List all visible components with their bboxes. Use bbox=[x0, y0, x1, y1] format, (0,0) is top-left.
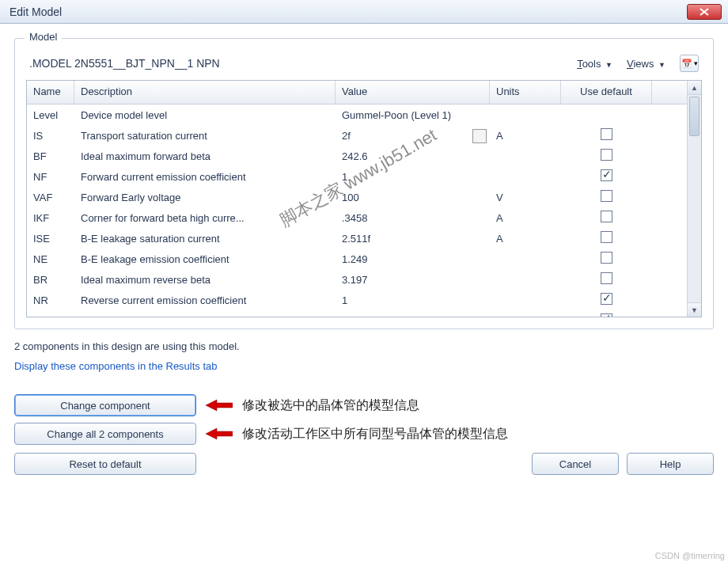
display-results-link[interactable]: Display these components in the Results … bbox=[14, 360, 714, 372]
parameter-grid: Name Description Value Units Use default… bbox=[26, 80, 702, 317]
reset-default-button[interactable]: Reset to default bbox=[14, 453, 196, 475]
model-fieldset: Model .MODEL 2N5551__BJT_NPN__1 NPN Tool… bbox=[14, 38, 714, 329]
vertical-scrollbar[interactable]: ▲ ▼ bbox=[687, 81, 701, 317]
cell-name: IS bbox=[27, 127, 74, 144]
cell-use-default[interactable] bbox=[561, 270, 652, 289]
cell-use-default[interactable] bbox=[561, 249, 652, 268]
table-row[interactable]: NEB-E leakage emission coefficient1.249 bbox=[27, 249, 687, 269]
cell-value[interactable]: 100 bbox=[336, 189, 490, 206]
use-default-checkbox[interactable] bbox=[601, 272, 612, 284]
cell-units bbox=[490, 112, 561, 117]
cell-value[interactable]: 1.249 bbox=[336, 251, 490, 268]
cell-value[interactable]: Gummel-Poon (Level 1) bbox=[336, 107, 490, 123]
tools-menu[interactable]: Tools ▼ bbox=[577, 58, 612, 70]
help-button[interactable]: Help bbox=[627, 453, 714, 475]
cell-units bbox=[490, 154, 561, 158]
table-row[interactable]: LevelDevice model levelGummel-Poon (Leve… bbox=[27, 104, 687, 125]
table-row[interactable]: IKFCorner for forward beta high curre...… bbox=[27, 207, 687, 228]
cell-units bbox=[490, 256, 561, 261]
use-default-checkbox[interactable] bbox=[601, 313, 612, 317]
col-name[interactable]: Name bbox=[27, 81, 74, 104]
cell-value[interactable]: 3.197 bbox=[336, 272, 490, 288]
cell-use-default[interactable] bbox=[561, 126, 652, 145]
annotation-2: 修改活动工作区中所有同型号晶体管的模型信息 bbox=[242, 426, 508, 442]
scroll-up-button[interactable]: ▲ bbox=[688, 81, 701, 95]
cell-value[interactable]: 242.6 bbox=[336, 148, 490, 165]
use-default-checkbox[interactable] bbox=[601, 149, 612, 161]
close-button[interactable] bbox=[687, 4, 722, 20]
cell-name: BF bbox=[27, 148, 74, 165]
scroll-track[interactable] bbox=[688, 95, 701, 302]
table-row[interactable]: VARReverse Early voltage1e30V bbox=[27, 310, 687, 317]
use-default-checkbox[interactable] bbox=[601, 293, 612, 305]
value-edit-icon[interactable] bbox=[472, 129, 487, 143]
cell-use-default[interactable] bbox=[561, 188, 652, 207]
cell-value[interactable]: .3458 bbox=[336, 210, 490, 226]
table-row[interactable]: ISEB-E leakage saturation current2.511fA bbox=[27, 228, 687, 249]
cell-units bbox=[490, 277, 561, 282]
table-row[interactable]: VAFForward Early voltage100V bbox=[27, 187, 687, 207]
cell-description: Corner for forward beta high curre... bbox=[74, 210, 336, 226]
scroll-down-button[interactable]: ▼ bbox=[688, 302, 701, 317]
cell-units bbox=[490, 174, 561, 179]
cell-use-default[interactable] bbox=[561, 311, 652, 317]
cancel-button[interactable]: Cancel bbox=[532, 453, 619, 475]
annotation-1: 修改被选中的晶体管的模型信息 bbox=[242, 397, 419, 414]
cell-use-default[interactable] bbox=[561, 229, 652, 248]
table-row[interactable]: NRReverse current emission coefficient1 bbox=[27, 290, 687, 310]
cell-name: BR bbox=[27, 272, 74, 288]
arrow-left-icon bbox=[206, 426, 233, 442]
use-default-checkbox[interactable] bbox=[601, 211, 612, 222]
cell-units: A bbox=[490, 210, 561, 226]
col-description[interactable]: Description bbox=[74, 81, 336, 104]
cell-name: NF bbox=[27, 169, 74, 185]
cell-use-default[interactable] bbox=[561, 167, 652, 186]
chevron-down-icon: ▼ bbox=[605, 61, 612, 69]
cell-name: VAR bbox=[27, 313, 74, 317]
table-row[interactable]: BFIdeal maximum forward beta242.6 bbox=[27, 146, 687, 166]
col-use-default[interactable]: Use default bbox=[561, 81, 652, 104]
cell-value[interactable]: 1 bbox=[336, 169, 490, 185]
cell-units: A bbox=[490, 127, 561, 144]
credit-text: CSDN @timerring bbox=[655, 551, 725, 560]
cell-description: B-E leakage saturation current bbox=[74, 230, 336, 247]
cell-description: Ideal maximum forward beta bbox=[74, 148, 336, 165]
cell-name: NR bbox=[27, 292, 74, 309]
options-icon-button[interactable]: 📅▾ bbox=[680, 55, 699, 72]
cell-use-default[interactable] bbox=[561, 208, 652, 227]
use-default-checkbox[interactable] bbox=[601, 169, 612, 181]
scroll-thumb[interactable] bbox=[689, 97, 700, 136]
cell-value[interactable]: 2f bbox=[336, 127, 490, 144]
change-all-components-button[interactable]: Change all 2 components bbox=[14, 423, 196, 445]
components-info-text: 2 components in this design are using th… bbox=[14, 340, 714, 352]
cell-name: VAF bbox=[27, 189, 74, 206]
cell-value[interactable]: 1e30 bbox=[336, 313, 490, 317]
table-row[interactable]: BRIdeal maximum reverse beta3.197 bbox=[27, 269, 687, 290]
svg-marker-0 bbox=[206, 400, 233, 411]
table-row[interactable]: ISTransport saturation current2fA bbox=[27, 125, 687, 146]
cell-use-default[interactable] bbox=[561, 112, 652, 117]
cell-value[interactable]: 1 bbox=[336, 292, 490, 309]
cell-description: Forward Early voltage bbox=[74, 189, 336, 206]
fieldset-legend: Model bbox=[25, 31, 62, 43]
cell-use-default[interactable] bbox=[561, 290, 652, 309]
col-units[interactable]: Units bbox=[490, 81, 561, 104]
use-default-checkbox[interactable] bbox=[601, 231, 612, 243]
cell-description: Transport saturation current bbox=[74, 127, 336, 144]
change-component-button[interactable]: Change component bbox=[14, 394, 196, 416]
views-menu[interactable]: Views ▼ bbox=[627, 58, 665, 70]
use-default-checkbox[interactable] bbox=[601, 252, 612, 264]
svg-marker-1 bbox=[206, 428, 233, 439]
cell-units bbox=[490, 298, 561, 302]
cell-name: NE bbox=[27, 251, 74, 268]
cell-description: Device model level bbox=[74, 107, 336, 123]
cell-value[interactable]: 2.511f bbox=[336, 230, 490, 247]
cell-use-default[interactable] bbox=[561, 146, 652, 165]
cell-units: A bbox=[490, 230, 561, 247]
col-value[interactable]: Value bbox=[336, 81, 490, 104]
table-row[interactable]: NFForward current emission coefficient1 bbox=[27, 166, 687, 187]
cell-name: IKF bbox=[27, 210, 74, 226]
use-default-checkbox[interactable] bbox=[601, 128, 612, 140]
window-title: Edit Model bbox=[9, 6, 62, 18]
use-default-checkbox[interactable] bbox=[601, 190, 612, 202]
